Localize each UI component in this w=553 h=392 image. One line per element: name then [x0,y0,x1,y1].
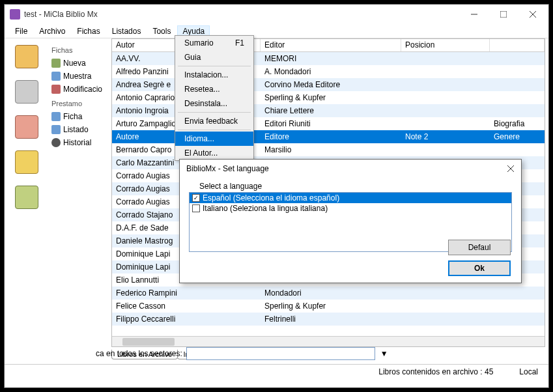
table-cell [401,71,490,72]
table-cell [401,58,490,59]
card-icon[interactable] [15,186,38,209]
search-input[interactable] [186,347,375,360]
menu-item[interactable]: Idioma... [175,132,253,146]
table-cell [401,318,490,320]
table-cell [490,305,545,307]
table-cell: Sperling & Kupfer [261,301,401,311]
new-icon [51,59,61,68]
table-cell [401,97,490,98]
table-cell: Filippo Ceccarelli [112,314,261,324]
left-toolbar [7,45,46,209]
checkbox-icon [192,204,200,212]
menu-archivo[interactable]: Archivo [34,25,70,37]
language-option[interactable]: ✓Español (Selecciona el idioma español) [190,193,511,203]
list-icon [51,125,61,134]
minimize-button[interactable] [459,5,489,23]
svg-rect-1 [500,11,507,18]
sidebar: Fichas Nueva Muestra Modificacio Prestam… [51,42,110,149]
menu-listados[interactable]: Listados [107,25,147,37]
language-dialog: BiblioMx - Set language Select a languag… [179,159,522,283]
statusbar: Libros contenidos en archivo : 45 Local [5,364,548,378]
table-cell: Note 2 [401,132,490,142]
table-cell: Felice Casson [112,301,261,311]
sidebar-group-prestamo: Prestamo [51,100,110,107]
filter-icon[interactable]: ▼ [379,347,390,360]
sidebar-item-listado[interactable]: Listado [51,123,110,136]
table-cell: Corvino Meda Editore [261,79,401,90]
sidebar-item-ficha[interactable]: Ficha [51,110,110,123]
table-cell [490,318,545,320]
calculator-icon[interactable] [15,80,38,104]
table-cell [401,123,490,124]
books-icon[interactable] [15,45,38,68]
table-cell [490,58,545,59]
language-option[interactable]: Italiano (Seleziona la lingua italiana) [190,203,511,214]
app-icon [10,9,20,20]
search-bar: ca en todos los sectores: ▼ [96,347,390,360]
menu-item[interactable]: Guia [175,50,253,64]
menu-item[interactable]: El Autor... [175,146,253,160]
edit-icon [51,85,61,94]
show-icon [51,72,61,81]
menu-item[interactable]: Instalacion... [175,68,253,82]
col-posicion[interactable]: Posicion [401,39,490,51]
table-cell [490,71,545,72]
titlebar: test - MiCla Biblio Mx [5,5,548,24]
table-cell [490,110,545,111]
table-cell: Mondadori [261,288,401,298]
dialog-title: BiblioMx - Set language [186,164,269,173]
dialog-label: Select a language [199,182,512,191]
table-cell: Federico Rampini [112,288,261,298]
table-row[interactable]: Felice CassonSperling & Kupfer [112,300,545,313]
table-row[interactable]: Federico RampiniMondadori [112,287,545,300]
menu-item[interactable]: Desinstala... [175,96,253,111]
menu-item[interactable]: Resetea... [175,82,253,96]
table-cell [490,292,545,294]
status-mode: Local [519,367,538,376]
scrollbar-thumb[interactable] [122,338,175,346]
table-cell [490,97,545,98]
table-cell: A. Mondadori [261,66,401,77]
status-count: Libros contenidos en archivo : 45 [378,367,493,376]
table-cell: Genere [490,132,545,142]
table-cell [401,305,490,307]
table-cell [401,292,490,294]
window-title: test - MiCla Biblio Mx [24,10,459,19]
menu-tools[interactable]: Tools [147,25,176,37]
sidebar-item-historial[interactable]: Historial [51,136,110,149]
table-cell: Sperling & Kupfer [261,92,401,103]
menubar: File Archivo Fichas Listados Tools Ayuda [5,24,548,38]
menu-fichas[interactable]: Fichas [72,25,105,37]
table-cell: Chiare Lettere [261,105,401,116]
sidebar-item-muestra[interactable]: Muestra [51,70,110,83]
folders-icon[interactable] [15,150,38,174]
card-icon [51,112,61,121]
menu-item[interactable]: Envia feedback [175,114,253,128]
ayuda-dropdown: SumarioF1GuiaInstalacion...Resetea...Des… [175,35,254,161]
menu-item[interactable]: SumarioF1 [175,36,253,50]
sidebar-item-nueva[interactable]: Nueva [51,57,110,70]
table-row[interactable]: Filippo CeccarelliFeltrinelli [112,313,545,326]
close-button[interactable] [518,5,547,23]
table-cell: Editore [261,132,401,142]
col-4[interactable] [490,39,545,51]
col-editor[interactable]: Editor [261,39,401,51]
menu-file[interactable]: File [10,25,33,37]
history-icon [51,138,61,147]
horizontal-scrollbar[interactable] [112,336,545,346]
table-cell: Feltrinelli [261,314,401,324]
search-label: ca en todos los sectores: [96,349,182,358]
default-button[interactable]: Defaul [448,240,511,255]
table-cell: Editori Riuniti [261,119,401,129]
sidebar-item-modificacion[interactable]: Modificacio [51,83,110,96]
table-cell [401,110,490,111]
table-cell: Marsilio [261,145,401,155]
sidebar-group-fichas: Fichas [51,46,110,54]
users-icon[interactable] [15,115,38,139]
maximize-button[interactable] [489,5,518,23]
table-cell [401,149,490,150]
dialog-close-button[interactable] [504,162,517,175]
table-cell [490,149,545,150]
table-cell: MEMORI [261,53,401,64]
ok-button[interactable]: Ok [448,260,511,276]
